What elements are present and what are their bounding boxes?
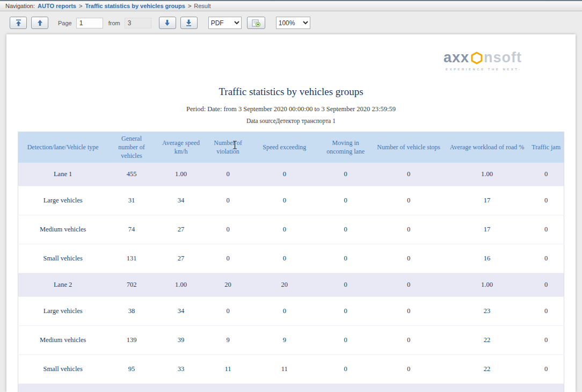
report-table-container: Detection/lane/Vehicle type General numb… [18,132,564,392]
last-page-button[interactable] [180,17,198,29]
value-cell: 131 [107,244,155,273]
value-cell: 1.00 [446,273,529,297]
arrow-down-bar-icon [185,19,192,26]
value-cell: 0 [372,163,445,186]
value-cell: 1.00 [156,384,207,392]
value-cell: 0 [319,273,372,297]
table-row: Lane 27021.002020001.000 [18,273,564,297]
value-cell: 0 [319,297,372,326]
value-cell: 27 [156,215,207,244]
value-cell: 136 [107,384,155,392]
value-cell: 0 [372,215,445,244]
header-moving-oncoming: Moving in oncoming lane [319,132,372,163]
value-cell: 0 [372,186,445,215]
value-cell: 0 [528,273,564,297]
export-format-select[interactable]: PDF [208,17,242,29]
breadcrumb-result: Result [194,3,210,9]
value-cell: 9 [250,326,319,355]
traffic-statistics-table: Detection/lane/Vehicle type General numb… [18,132,564,392]
next-page-button[interactable] [159,17,176,29]
value-cell: 0 [206,384,249,392]
value-cell: 22 [446,326,529,355]
value-cell: 0 [372,355,445,384]
breadcrumb-traffic-statistics[interactable]: Traffic statistics by vehicles groups [85,3,185,9]
table-row: Large vehicles38340000230 [18,297,564,326]
value-cell: 1.00 [156,163,207,186]
first-page-button[interactable] [10,17,27,29]
value-cell: 0 [319,384,372,392]
breadcrumb-label: Navigation: [5,3,35,9]
arrow-down-icon [164,19,171,26]
arrow-up-bar-icon [15,19,22,26]
table-row: Lane 31361.0000001.000 [18,384,564,392]
table-row: Small vehicles131270000160 [18,244,564,273]
value-cell: 0 [372,244,445,273]
logo-tagline: EXPERIENCE THE NEXT· [443,68,522,71]
value-cell: 0 [528,384,564,392]
value-cell: 17 [446,215,529,244]
value-cell: 31 [107,186,155,215]
value-cell: 0 [528,215,564,244]
header-traffic-jam: Traffic jam [528,132,564,163]
value-cell: 33 [156,355,207,384]
report-period: Period: Date: from 3 September 2020 00:0… [6,105,576,113]
value-cell: 20 [206,273,249,297]
value-cell: 23 [446,297,529,326]
value-cell: 0 [250,297,319,326]
logo-text-axx: axx [443,50,469,65]
value-cell: 0 [206,244,249,273]
value-cell: 11 [206,355,249,384]
arrow-up-icon [37,19,43,26]
value-cell: 0 [319,186,372,215]
row-label-cell: Small vehicles [18,244,108,273]
value-cell: 0 [372,384,445,392]
value-cell: 1.00 [156,273,207,297]
value-cell: 0 [528,355,564,384]
header-general-number: General number of vehicles [107,132,155,163]
export-button[interactable] [247,17,265,29]
value-cell: 20 [250,273,319,297]
value-cell: 0 [372,326,445,355]
header-workload-road: Average workload of road % [446,132,529,163]
export-icon [252,19,260,27]
table-row: Lane 14551.0000001.000 [18,163,564,186]
value-cell: 22 [446,355,529,384]
breadcrumb: Navigation: AUTO reports > Traffic stati… [0,0,582,11]
value-cell: 74 [107,215,155,244]
value-cell: 0 [319,326,372,355]
report-page: axx nsoft EXPERIENCE THE NEXT· Traffic s… [6,34,576,392]
value-cell: 0 [250,244,319,273]
table-header-row: Detection/lane/Vehicle type General numb… [18,132,564,163]
breadcrumb-auto-reports[interactable]: AUTO reports [38,3,76,9]
table-row: Small vehicles9533111100220 [18,355,564,384]
value-cell: 16 [446,244,529,273]
page-number-input[interactable] [76,18,103,28]
previous-page-button[interactable] [31,17,48,29]
value-cell: 11 [250,355,319,384]
value-cell: 0 [250,163,319,186]
value-cell: 0 [372,297,445,326]
header-number-violation: Number of violation [206,132,249,163]
value-cell: 0 [372,273,445,297]
from-label: from [108,20,120,26]
row-label-cell: Medium vehicles [18,215,108,244]
value-cell: 1.00 [446,384,529,392]
zoom-select[interactable]: 100% [276,17,310,29]
value-cell: 455 [107,163,155,186]
report-title: Traffic statistics by vehicles groups [6,86,576,98]
value-cell: 27 [156,244,207,273]
value-cell: 0 [250,215,319,244]
value-cell: 0 [206,163,249,186]
report-data-source: Data sourceДетектор транспорта 1 [6,118,576,124]
header-vehicle-stops: Number of vehicle stops [372,132,445,163]
value-cell: 0 [319,244,372,273]
report-table-body: Lane 14551.0000001.000Large vehicles3134… [18,163,564,392]
value-cell: 0 [528,326,564,355]
row-label-cell: Large vehicles [18,186,108,215]
row-label-cell: Lane 3 [18,384,108,392]
hexagon-icon [470,52,483,64]
table-row: Medium vehicles139399900220 [18,326,564,355]
breadcrumb-separator: > [188,3,191,9]
row-label-cell: Medium vehicles [18,326,108,355]
axxonsoft-logo: axx nsoft EXPERIENCE THE NEXT· [443,50,522,71]
